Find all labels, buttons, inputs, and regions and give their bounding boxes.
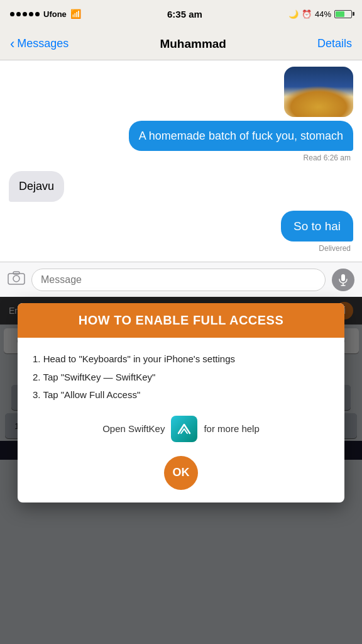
modal-ok-container: OK bbox=[33, 456, 329, 490]
battery-icon bbox=[334, 10, 352, 18]
svg-rect-2 bbox=[13, 272, 19, 274]
carrier-label: Ufone bbox=[43, 9, 67, 19]
food-image-container bbox=[9, 67, 353, 117]
bubble-text-1: A homemade batch of fuck you, stomach bbox=[129, 121, 353, 151]
back-label: Messages bbox=[17, 37, 69, 50]
nav-bar: ‹ Messages Muhammad Details bbox=[0, 28, 362, 60]
modal-body: 1. Head to "Keyboards" in your iPhone's … bbox=[18, 338, 344, 502]
modal-step-1: 1. Head to "Keyboards" in your iPhone's … bbox=[33, 350, 329, 369]
open-line-before: Open SwiftKey bbox=[102, 423, 165, 434]
swiftkey-logo bbox=[171, 416, 197, 442]
bubble-text-3: So to hai bbox=[281, 211, 353, 242]
details-button[interactable]: Details bbox=[317, 37, 352, 50]
svg-point-1 bbox=[13, 275, 19, 282]
outgoing-bubble-2: So to hai bbox=[9, 211, 353, 242]
camera-button[interactable] bbox=[8, 270, 25, 289]
signal-dots bbox=[10, 12, 40, 16]
modal-header: HOW TO ENABLE FULL ACCESS bbox=[18, 303, 344, 338]
nav-title: Muhammad bbox=[160, 37, 226, 51]
open-line-after: for more help bbox=[204, 423, 259, 434]
input-bar bbox=[0, 262, 362, 297]
back-arrow-icon: ‹ bbox=[10, 37, 14, 51]
keyboard-area: Enable full access to get word predictio… bbox=[0, 297, 362, 644]
food-image-inner bbox=[284, 67, 353, 117]
wifi-icon: 📶 bbox=[70, 9, 81, 19]
modal-open-line: Open SwiftKey for more help bbox=[33, 416, 329, 442]
battery-percent: 44% bbox=[315, 9, 331, 19]
modal-steps: 1. Head to "Keyboards" in your iPhone's … bbox=[33, 350, 329, 404]
modal-step-3: 3. Tap "Allow Full Access" bbox=[33, 386, 329, 404]
enable-access-modal: HOW TO ENABLE FULL ACCESS 1. Head to "Ke… bbox=[18, 303, 344, 502]
bubble-text-2: Dejavu bbox=[9, 171, 64, 201]
read-time-1: Read 6:26 am bbox=[9, 153, 351, 162]
status-time: 6:35 am bbox=[167, 9, 202, 19]
battery-fill bbox=[336, 11, 344, 17]
modal-overlay: HOW TO ENABLE FULL ACCESS 1. Head to "Ke… bbox=[0, 297, 362, 644]
messages-area: A homemade batch of fuck you, stomach Re… bbox=[0, 60, 362, 262]
status-right: 🌙 ⏰ 44% bbox=[288, 9, 352, 19]
alarm-icon: ⏰ bbox=[302, 9, 312, 19]
mic-button[interactable] bbox=[332, 269, 354, 291]
svg-rect-3 bbox=[341, 274, 345, 281]
back-button[interactable]: ‹ Messages bbox=[10, 37, 69, 51]
status-left: Ufone 📶 bbox=[10, 9, 81, 19]
food-image bbox=[284, 67, 353, 117]
status-bar: Ufone 📶 6:35 am 🌙 ⏰ 44% bbox=[0, 0, 362, 28]
incoming-bubble-1: Dejavu bbox=[9, 171, 353, 201]
delivered-status: Delivered bbox=[9, 244, 351, 253]
modal-step-2: 2. Tap "SwiftKey — SwiftKey" bbox=[33, 369, 329, 387]
modal-title: HOW TO ENABLE FULL ACCESS bbox=[30, 313, 332, 328]
ok-button[interactable]: OK bbox=[164, 456, 198, 490]
outgoing-bubble-1: A homemade batch of fuck you, stomach bbox=[9, 121, 353, 151]
moon-icon: 🌙 bbox=[288, 9, 299, 19]
message-input[interactable] bbox=[31, 269, 326, 291]
